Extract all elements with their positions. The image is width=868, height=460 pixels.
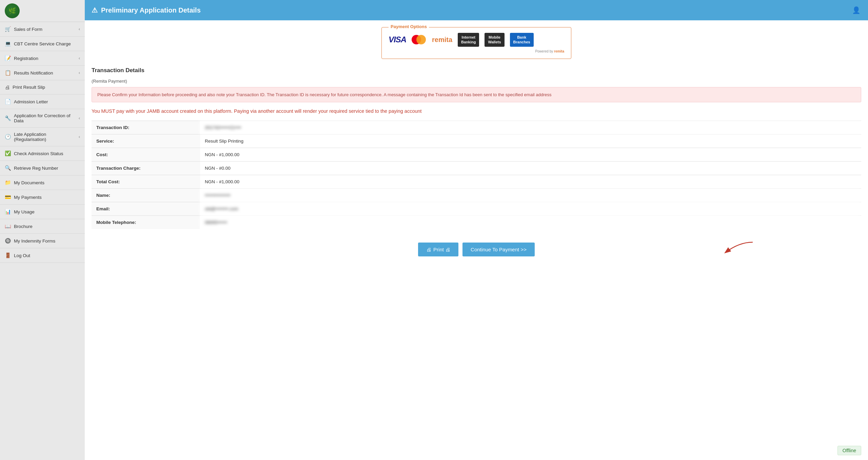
sidebar-item-late-application[interactable]: 🕐 Late Application (Regularisation) ‹ (0, 128, 85, 146)
chevron-icon: ‹ (79, 70, 80, 75)
continue-to-payment-button[interactable]: Continue To Payment >> (462, 243, 535, 256)
row-label: Name: (92, 188, 200, 202)
row-value: NGN - #1,000.00 (200, 175, 861, 188)
avatar[interactable]: 👤 (849, 3, 863, 17)
sidebar-item-label: Results Notification (14, 70, 53, 76)
sidebar-item-label: Admission Letter (14, 99, 48, 104)
sidebar-item-label: Registration (14, 56, 38, 61)
table-row: Name:•••••••••••••••• (92, 188, 861, 202)
offline-status-badge: Offline (837, 446, 861, 455)
sidebar-item-label: Late Application (Regularisation) (14, 132, 79, 142)
transaction-details-table: Transaction ID:201742••••••21••••Service… (92, 121, 861, 229)
sidebar-item-label: CBT Centre Service Charge (14, 41, 71, 46)
app-logo: 🌿 (5, 3, 20, 18)
row-label: Service: (92, 134, 200, 148)
sidebar-item-my-documents[interactable]: 📁 My Documents (0, 175, 85, 190)
internet-banking-btn: InternetBanking (458, 33, 479, 47)
registration-icon: 📝 (5, 55, 11, 61)
sidebar-item-cbt-centre[interactable]: 💻 CBT Centre Service Charge (0, 37, 85, 51)
sidebar-item-admission-letter[interactable]: 📄 Admission Letter (0, 95, 85, 109)
row-label: Transaction ID: (92, 121, 200, 134)
row-value: 201742••••••21•••• (200, 121, 861, 134)
application-correction-icon: 🔧 (5, 115, 11, 121)
sidebar-item-check-admission[interactable]: ✅ Check Admission Status (0, 146, 85, 161)
row-label: Email: (92, 202, 200, 215)
my-usage-icon: 📊 (5, 209, 11, 215)
row-value: NGN - #1,000.00 (200, 148, 861, 161)
sidebar-item-label: Retrieve Reg Number (14, 166, 58, 171)
sidebar-item-registration[interactable]: 📝 Registration ‹ (0, 51, 85, 66)
late-application-icon: 🕐 (5, 134, 11, 140)
sidebar-item-label: My Documents (14, 180, 44, 185)
arrow-annotation (719, 239, 760, 259)
sidebar-item-label: My Usage (14, 209, 35, 214)
my-payments-icon: 💳 (5, 194, 11, 200)
row-value: •••••••••••••••• (200, 188, 861, 202)
sidebar-item-label: Check Admission Status (14, 151, 63, 156)
row-label: Transaction Charge: (92, 161, 200, 175)
admission-letter-icon: 📄 (5, 99, 11, 105)
payment-options-label: Payment Options (389, 24, 429, 29)
remita-payment-label: (Remita Payment) (92, 79, 861, 84)
row-label: Total Cost: (92, 175, 200, 188)
table-row: Transaction ID:201742••••••21•••• (92, 121, 861, 134)
sidebar-item-sales-of-form[interactable]: 🛒 Sales of Form ‹ (0, 22, 85, 37)
alert-message: Please Confirm your Information before p… (92, 87, 861, 103)
mc-orange-circle (416, 35, 426, 44)
payment-options-box: Payment Options VISA remita InternetBank… (381, 27, 571, 59)
sidebar-item-print-result-slip[interactable]: 🖨 Print Result Slip (0, 80, 85, 95)
sales-of-form-icon: 🛒 (5, 26, 11, 32)
my-indemnity-icon: 🔘 (5, 238, 11, 244)
payment-logos: VISA remita InternetBanking MobileWallet… (389, 33, 564, 47)
sidebar-item-retrieve-reg[interactable]: 🔍 Retrieve Reg Number (0, 161, 85, 175)
row-value: old@••••••••.com (200, 202, 861, 215)
action-buttons: 🖨 Print 🖨 Continue To Payment >> (92, 237, 861, 262)
table-row: Total Cost:NGN - #1,000.00 (92, 175, 861, 188)
sidebar-item-my-usage[interactable]: 📊 My Usage (0, 205, 85, 219)
mastercard-logo (412, 35, 427, 44)
powered-by: Powered by remita (389, 49, 564, 53)
print-icon: 🖨 (426, 247, 431, 252)
my-documents-icon: 📁 (5, 180, 11, 186)
row-value: NGN - #0.00 (200, 161, 861, 175)
sidebar-item-my-payments[interactable]: 💳 My Payments (0, 190, 85, 205)
table-row: Email:old@••••••••.com (92, 202, 861, 215)
powered-remita-logo: remita (554, 49, 564, 53)
sidebar-item-log-out[interactable]: 🚪 Log Out (0, 248, 85, 263)
top-bar: ⚠ Preliminary Application Details ∨ (85, 0, 868, 20)
content-area: Payment Options VISA remita InternetBank… (85, 20, 868, 460)
table-row: Service:Result Slip Printing (92, 134, 861, 148)
table-row: Transaction Charge:NGN - #0.00 (92, 161, 861, 175)
mobile-wallets-btn: MobileWallets (485, 33, 504, 47)
warning-icon: ⚠ (92, 6, 98, 14)
sidebar-item-label: Print Result Slip (13, 85, 45, 90)
chevron-icon: ‹ (79, 56, 80, 61)
row-label: Cost: (92, 148, 200, 161)
sidebar-item-brochure[interactable]: 📖 Brochure (0, 219, 85, 234)
print-button[interactable]: 🖨 Print 🖨 (418, 243, 458, 256)
chevron-icon: ‹ (79, 134, 80, 139)
table-row: Mobile Telephone:08065•••••• (92, 215, 861, 229)
main-content: ⚠ Preliminary Application Details ∨ 👤 Pa… (85, 0, 868, 460)
sidebar-item-label: My Indemnity Forms (14, 238, 55, 244)
sidebar-item-application-correction[interactable]: 🔧 Application for Correction of Data ‹ (0, 109, 85, 128)
sidebar-item-label: Application for Correction of Data (14, 113, 79, 123)
sidebar-item-results-notification[interactable]: 📋 Results Notification ‹ (0, 66, 85, 80)
page-title-text: Preliminary Application Details (101, 6, 201, 14)
print-label: Print 🖨 (433, 247, 450, 252)
row-value: Result Slip Printing (200, 134, 861, 148)
results-notification-icon: 📋 (5, 70, 11, 76)
row-value: 08065•••••• (200, 215, 861, 229)
print-result-slip-icon: 🖨 (5, 84, 10, 90)
bank-branches-btn: BankBranches (510, 33, 534, 47)
sidebar-logo: 🌿 (0, 0, 85, 22)
table-row: Cost:NGN - #1,000.00 (92, 148, 861, 161)
sidebar-item-my-indemnity[interactable]: 🔘 My Indemnity Forms (0, 234, 85, 248)
warning-text: You MUST pay with your JAMB account crea… (92, 108, 861, 115)
sidebar-item-label: Log Out (14, 253, 30, 258)
retrieve-reg-icon: 🔍 (5, 165, 11, 171)
cbt-centre-icon: 💻 (5, 41, 11, 47)
page-title: ⚠ Preliminary Application Details (92, 6, 201, 14)
brochure-icon: 📖 (5, 223, 11, 229)
chevron-icon: ‹ (79, 27, 80, 32)
